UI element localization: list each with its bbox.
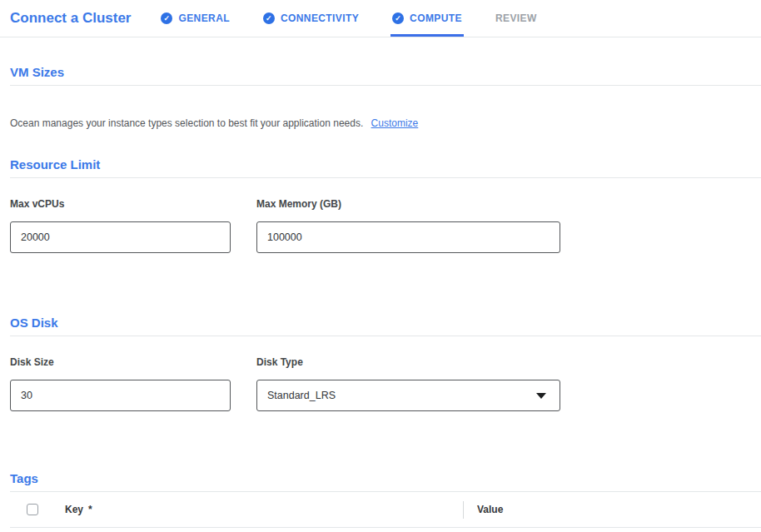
- disk-size-label: Disk Size: [10, 356, 231, 368]
- tab-connectivity[interactable]: CONNECTIVITY: [263, 0, 359, 37]
- tab-general[interactable]: GENERAL: [161, 0, 229, 37]
- resource-limit-fields: [10, 221, 761, 253]
- key-column-header: Key*: [65, 504, 463, 515]
- max-memory-input[interactable]: [256, 221, 560, 253]
- required-asterisk: *: [88, 504, 92, 515]
- tab-review[interactable]: REVIEW: [495, 0, 537, 37]
- max-vcpus-input[interactable]: [10, 221, 231, 253]
- wizard-tabs: GENERAL CONNECTIVITY COMPUTE REVIEW: [161, 0, 570, 37]
- tab-label: REVIEW: [495, 12, 537, 24]
- check-circle-icon: [392, 12, 404, 24]
- tab-compute[interactable]: COMPUTE: [392, 0, 462, 37]
- resource-limit-heading: Resource Limit: [10, 158, 761, 178]
- value-column-header: Value: [477, 504, 503, 515]
- tab-label: COMPUTE: [410, 12, 462, 24]
- disk-type-selected-value: Standard_LRS: [267, 390, 336, 401]
- os-disk-heading: OS Disk: [10, 316, 761, 336]
- vm-sizes-description-text: Ocean manages your instance types select…: [10, 117, 363, 129]
- os-disk-labels: Disk Size Disk Type: [10, 356, 761, 368]
- column-divider: [463, 501, 464, 519]
- wizard-header: Connect a Cluster GENERAL CONNECTIVITY C…: [0, 0, 761, 37]
- check-circle-icon: [263, 12, 275, 24]
- max-memory-label: Max Memory (GB): [256, 198, 560, 210]
- disk-size-input[interactable]: [10, 380, 231, 411]
- disk-type-dropdown[interactable]: Standard_LRS: [256, 380, 560, 411]
- tab-label: CONNECTIVITY: [281, 12, 359, 24]
- vm-sizes-description: Ocean manages your instance types select…: [10, 117, 761, 129]
- check-circle-icon: [161, 12, 172, 24]
- tags-heading: Tags: [10, 472, 761, 492]
- key-column-label: Key: [65, 504, 83, 515]
- max-vcpus-label: Max vCPUs: [10, 198, 231, 210]
- page-title: Connect a Cluster: [10, 10, 131, 27]
- chevron-down-icon: [536, 393, 546, 399]
- tab-label: GENERAL: [178, 12, 229, 24]
- select-all-checkbox[interactable]: [27, 504, 38, 515]
- connect-cluster-page: Connect a Cluster GENERAL CONNECTIVITY C…: [0, 0, 761, 532]
- disk-type-label: Disk Type: [256, 356, 560, 368]
- vm-sizes-heading: VM Sizes: [10, 66, 761, 86]
- tags-table-header: Key* Value: [10, 492, 761, 528]
- resource-limit-labels: Max vCPUs Max Memory (GB): [10, 198, 761, 210]
- customize-link[interactable]: Customize: [371, 117, 419, 129]
- os-disk-fields: Standard_LRS: [10, 380, 761, 411]
